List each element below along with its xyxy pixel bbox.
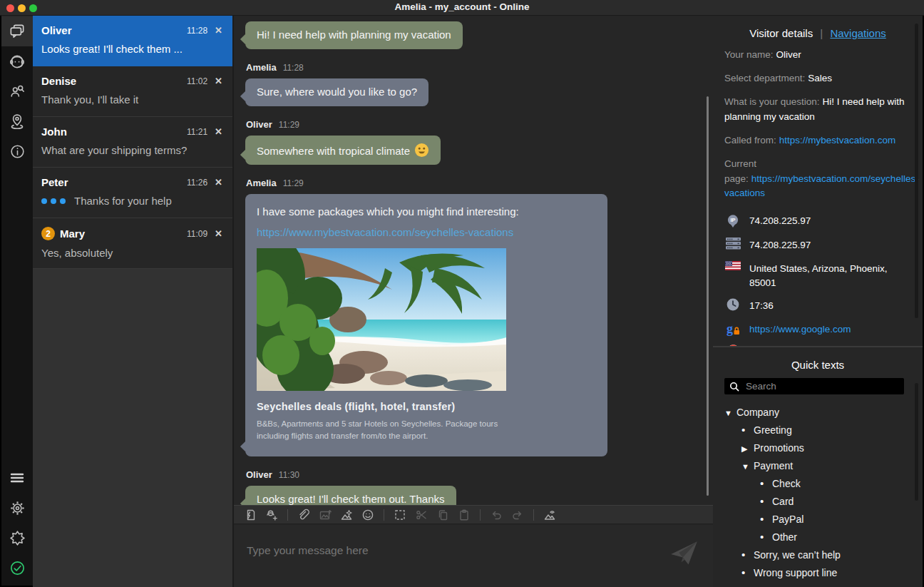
chats-icon — [8, 22, 26, 41]
close-chat-icon[interactable] — [215, 177, 222, 188]
quick-text-item-card[interactable]: Card — [713, 492, 923, 510]
quick-text-item-other[interactable]: Other — [713, 528, 923, 546]
chat-name: Denise — [41, 75, 76, 87]
message-text: I have some packages which you might fin… — [257, 205, 596, 219]
screenshot-button[interactable] — [337, 507, 356, 523]
undo-button[interactable] — [487, 507, 505, 523]
rail-online-status-button[interactable] — [1, 553, 33, 583]
upload-image-icon — [319, 509, 332, 521]
quick-text-folder-promotions[interactable]: Promotions — [713, 439, 923, 456]
upload-image-button[interactable] — [316, 507, 334, 523]
quick-text-icon — [244, 509, 257, 521]
close-chat-icon[interactable] — [215, 126, 222, 137]
chat-list-item-denise[interactable]: Denise 11:02 Thank you, I'll take it — [33, 66, 232, 117]
message-input[interactable] — [245, 543, 645, 558]
google-referrer-icon: g — [726, 322, 740, 336]
field-department: Select department:Sales — [724, 71, 911, 86]
online-status-icon — [9, 559, 26, 577]
select-area-button[interactable] — [391, 507, 409, 523]
tab-visitor-details[interactable]: Visitor details — [749, 27, 813, 39]
rail-whats-new-button[interactable] — [1, 523, 33, 553]
chat-preview: Looks great! I'll check them ... — [41, 43, 183, 55]
chat-preview: What are your shipping terms? — [41, 144, 187, 156]
attachment-button[interactable] — [294, 507, 313, 523]
chat-list-item-mary[interactable]: 2 Mary 11:09 Yes, absolutely — [33, 218, 232, 269]
rail-agents-button[interactable] — [1, 46, 33, 76]
info-icon — [9, 143, 26, 160]
card-title: Seychelles deals (flight, hotel, transfe… — [257, 400, 596, 413]
quick-texts-search-input[interactable] — [744, 380, 899, 392]
bullet-icon — [760, 495, 772, 507]
tab-navigations[interactable]: Navigations — [830, 27, 885, 39]
chat-list-item-peter[interactable]: Peter 11:26 Thanks for your help — [33, 168, 232, 218]
invite-agent-button[interactable] — [262, 507, 281, 523]
message-time: 11:30 — [279, 470, 299, 480]
info-row-server-ip: 74.208.225.97 — [724, 238, 911, 252]
attachment-icon — [297, 509, 310, 521]
chat-time: 11:09 — [187, 229, 215, 239]
cut-button[interactable] — [412, 507, 431, 523]
chat-list-item-john[interactable]: John 11:21 What are your shipping terms? — [33, 117, 232, 168]
bullet-icon — [760, 477, 772, 489]
preview-image-button[interactable] — [540, 507, 559, 523]
message-author: Amelia — [246, 62, 277, 73]
quick-text-item-check[interactable]: Check — [713, 474, 923, 492]
visitor-details-scrollbar[interactable] — [915, 24, 918, 318]
copy-button[interactable] — [433, 507, 452, 523]
rail-chats-button[interactable] — [1, 16, 33, 46]
current-page-link[interactable]: https://mybestvacation.com/seychelles-va… — [724, 173, 919, 199]
app-window: Amelia - my_account - Online — [0, 0, 924, 587]
info-row-referrer: g https://www.google.com — [724, 322, 911, 337]
settings-icon — [9, 499, 26, 517]
chat-name: Peter — [41, 176, 68, 188]
navigation-rail — [1, 16, 33, 586]
visitor-info-rows: IP 74.208.225.97 — [713, 214, 923, 347]
rail-geolocation-button[interactable] — [1, 106, 33, 136]
quick-text-item-sorry[interactable]: Sorry, we can’t help — [713, 546, 923, 563]
panel-tabs: Visitor details | Navigations — [713, 27, 923, 39]
rail-info-button[interactable] — [1, 136, 33, 166]
called-from-link[interactable]: https://mybestvacation.com — [779, 135, 896, 146]
message-text: Sure, where would you like to go? — [257, 86, 417, 98]
emoji-button[interactable] — [359, 507, 377, 523]
paste-button[interactable] — [455, 507, 473, 523]
redo-button[interactable] — [508, 507, 527, 523]
chat-list-item-oliver[interactable]: Oliver 11:28 Looks great! I'll check the… — [33, 16, 232, 66]
quick-text-button[interactable] — [241, 507, 260, 523]
close-chat-icon[interactable] — [215, 76, 222, 86]
collapse-triangle-icon[interactable] — [724, 407, 736, 418]
window-title: Amelia - my_account - Online — [0, 1, 924, 12]
vacation-link[interactable]: https://www.mybestvacation.com/seychelle… — [257, 226, 596, 240]
message-author: Oliver — [246, 119, 272, 130]
quick-text-folder-payment[interactable]: Payment — [713, 456, 923, 474]
messages-scrollbar[interactable] — [707, 96, 709, 496]
search-icon — [729, 382, 739, 392]
card-description: B&Bs, Apartments and 5 star Hotels on Se… — [257, 418, 503, 443]
chat-name: Oliver — [41, 24, 72, 36]
quick-text-item-greeting[interactable]: Greeting — [713, 421, 923, 439]
referrer-link[interactable]: https://www.google.com — [749, 322, 851, 337]
quick-text-item-paypal[interactable]: PayPal — [713, 510, 923, 528]
expand-triangle-icon[interactable] — [741, 442, 754, 454]
rail-settings-button[interactable] — [1, 493, 33, 523]
quick-texts-search — [724, 378, 904, 394]
close-chat-icon[interactable] — [215, 25, 222, 36]
close-chat-icon[interactable] — [215, 228, 222, 239]
rail-visitors-button[interactable] — [1, 76, 33, 106]
rail-menu-button[interactable] — [1, 463, 33, 493]
visitor-message-bubble: Somewhere with tropical climate — [245, 136, 441, 165]
bullet-icon — [760, 513, 772, 525]
seychelles-beach-photo[interactable] — [257, 248, 506, 391]
preview-image-icon — [543, 509, 556, 521]
quick-text-folder-company[interactable]: Company — [713, 403, 923, 421]
quick-text-item-wrong-line[interactable]: Wrong support line — [713, 563, 923, 581]
us-flag-icon — [725, 261, 741, 270]
message-text: Hi! I need help with planning my vacatio… — [257, 29, 451, 41]
quick-texts-scrollbar[interactable] — [915, 383, 918, 501]
send-button[interactable] — [670, 541, 699, 566]
message-time: 11:29 — [279, 120, 299, 130]
collapse-triangle-icon[interactable] — [741, 460, 754, 471]
message-author: Oliver — [246, 469, 272, 480]
whats-new-icon — [9, 529, 26, 547]
chat-time: 11:21 — [187, 127, 215, 137]
